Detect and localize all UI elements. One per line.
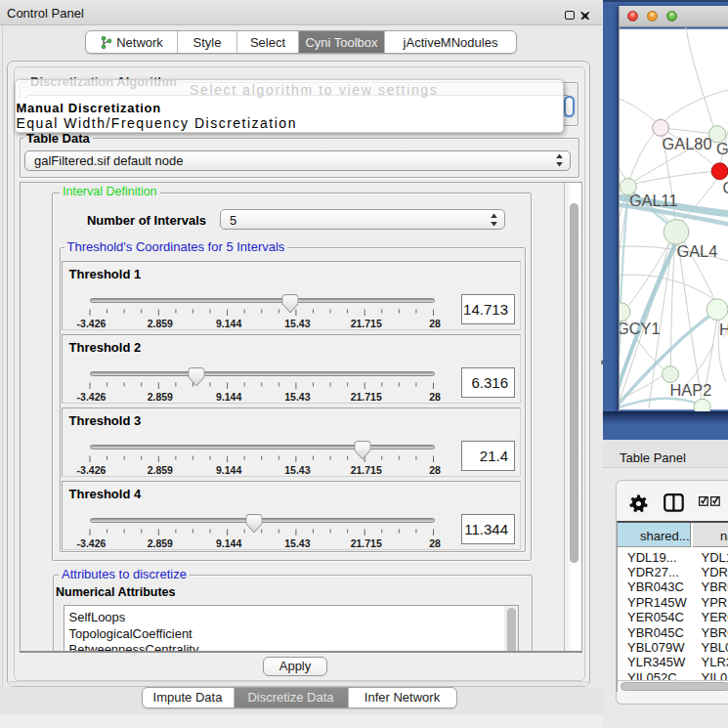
- svg-text:HAP2: HAP2: [669, 381, 711, 399]
- svg-text:GAL80: GAL80: [662, 135, 711, 152]
- svg-text:GAL11: GAL11: [628, 192, 677, 209]
- svg-text:GAL4: GAL4: [676, 241, 717, 259]
- svg-text:GAL2: GAL2: [716, 140, 728, 157]
- svg-text:HIS: HIS: [719, 321, 728, 338]
- svg-text:GCY1: GCY1: [619, 320, 661, 337]
- svg-text:CY: CY: [722, 178, 728, 195]
